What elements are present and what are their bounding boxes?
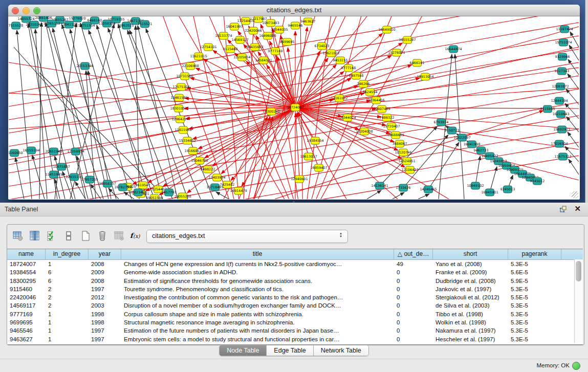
- graph-node[interactable]: 18301052: [170, 105, 187, 112]
- clear-selection-button[interactable]: [62, 230, 75, 243]
- graph-node[interactable]: 6734023: [315, 42, 330, 50]
- float-panel-icon[interactable]: [559, 205, 568, 213]
- graph-node[interactable]: 1733426: [396, 184, 411, 191]
- vertical-scrollbar[interactable]: [574, 259, 583, 343]
- tab-network-table[interactable]: Network Table: [314, 345, 368, 356]
- graph-node[interactable]: 12754101: [200, 43, 216, 51]
- graph-node[interactable]: 15046788: [191, 157, 208, 164]
- graph-node[interactable]: 9453155: [333, 57, 348, 64]
- graph-node[interactable]: 16649010: [378, 26, 395, 33]
- graph-node[interactable]: 3684067: [393, 140, 407, 147]
- graph-node[interactable]: 746266: [357, 80, 370, 87]
- graph-node[interactable]: 18265112: [43, 20, 60, 27]
- table-row[interactable]: 946362711997Embryonic stem cells: a mode…: [7, 335, 583, 343]
- graph-node[interactable]: 10607489: [373, 105, 390, 113]
- column-header-year[interactable]: year: [89, 249, 121, 259]
- graph-node[interactable]: 12964214: [171, 116, 188, 123]
- graph-node[interactable]: 22420046: [245, 27, 262, 34]
- table-row[interactable]: 946554611997Estimation of the future num…: [7, 326, 583, 335]
- graph-node[interactable]: 9150723: [445, 127, 460, 134]
- graph-node[interactable]: 10731500: [176, 73, 193, 80]
- graph-node[interactable]: 11621022: [322, 50, 339, 57]
- graph-node[interactable]: 9699695: [280, 38, 295, 46]
- delete-table-button[interactable]: [113, 230, 126, 243]
- window-titlebar[interactable]: citations_edges.txt: [8, 5, 580, 16]
- graph-node[interactable]: 15276021: [388, 49, 405, 56]
- tab-node-table[interactable]: Node Table: [220, 345, 267, 356]
- resize-grip-icon[interactable]: [572, 191, 578, 198]
- graph-node[interactable]: 23310247: [26, 21, 42, 28]
- graph-node[interactable]: 20651945: [45, 148, 62, 155]
- graph-node[interactable]: 20364456: [367, 97, 384, 104]
- graph-node[interactable]: 11058354: [98, 20, 115, 27]
- graph-node[interactable]: 11621015: [190, 53, 207, 60]
- graph-node[interactable]: 12161022: [331, 95, 347, 102]
- graph-node[interactable]: 9227343: [555, 68, 570, 75]
- graph-node[interactable]: 9463627: [301, 18, 316, 25]
- graph-node[interactable]: 9777169: [268, 48, 283, 55]
- graph-node[interactable]: 15720407: [383, 123, 400, 130]
- graph-node[interactable]: 25160650: [9, 149, 23, 157]
- graph-node[interactable]: 9245013: [500, 186, 515, 193]
- graph-node[interactable]: 3624554: [363, 89, 378, 96]
- graph-node[interactable]: 6466161: [410, 59, 425, 67]
- column-header-out_de[interactable]: △ out_de…: [394, 249, 433, 259]
- graph-node[interactable]: 10949102: [467, 182, 484, 189]
- panel-resize-grip-icon[interactable]: ⌃: [292, 201, 296, 206]
- table-row[interactable]: 911546021997Tourette syndrome. Phenomeno…: [7, 285, 583, 293]
- graph-node[interactable]: 8215955: [540, 105, 555, 113]
- graph-node[interactable]: 14246465: [420, 186, 437, 193]
- new-document-button[interactable]: [79, 230, 92, 243]
- graph-node[interactable]: 14569117: [231, 36, 248, 43]
- graph-node[interactable]: 9862025: [119, 22, 134, 29]
- graph-node[interactable]: 16959407: [310, 164, 327, 171]
- select-all-button[interactable]: [45, 230, 58, 243]
- graph-node[interactable]: 10435603: [246, 43, 263, 51]
- graph-node[interactable]: 10555287: [399, 36, 416, 43]
- close-panel-icon[interactable]: ✕: [574, 205, 581, 213]
- graph-node[interactable]: 19166852: [184, 147, 201, 155]
- delete-rows-button[interactable]: [96, 230, 109, 243]
- graph-node[interactable]: 12403994: [208, 174, 225, 181]
- graph-node[interactable]: 9329966: [555, 53, 570, 60]
- table-row[interactable]: 1830029562008Estimation of significance …: [7, 277, 583, 285]
- table-row[interactable]: 969969511998Structural magnetic resonanc…: [7, 318, 583, 326]
- graph-node[interactable]: 10973493: [262, 19, 279, 27]
- column-header-pagerank[interactable]: pagerank: [508, 249, 561, 259]
- graph-node[interactable]: 10688609: [387, 132, 404, 139]
- graph-node[interactable]: 7515521: [138, 20, 153, 28]
- graph-node[interactable]: 10022097: [453, 134, 470, 141]
- graph-node[interactable]: 12935135: [66, 173, 82, 181]
- column-header-in_degree[interactable]: in_degree: [46, 249, 89, 259]
- graph-node[interactable]: 11815958: [175, 126, 191, 134]
- graph-node[interactable]: 16055268: [174, 193, 191, 199]
- graph-node[interactable]: 7515528: [9, 22, 23, 29]
- graph-node[interactable]: 16945901: [481, 189, 498, 196]
- graph-node[interactable]: 16041997: [226, 23, 243, 30]
- column-header-name[interactable]: name: [7, 249, 46, 259]
- graph-node[interactable]: 16644874: [445, 46, 462, 53]
- graph-node[interactable]: 16155194: [23, 147, 39, 154]
- table-row[interactable]: 977716911998Corpus callosum shape and si…: [7, 310, 583, 318]
- table-row[interactable]: 1872400712008Changes of HCN gene express…: [7, 260, 583, 268]
- table-settings-button[interactable]: [11, 230, 25, 243]
- table-selector[interactable]: citations_edges.txt ▲▼: [146, 230, 348, 243]
- graph-node[interactable]: 18913054: [417, 73, 433, 80]
- graph-node[interactable]: 11167424: [556, 26, 573, 33]
- network-canvas[interactable]: 1872400712754101116210152210698810731500…: [9, 16, 579, 199]
- table-row[interactable]: 1938455462009Genome-wide association stu…: [7, 268, 583, 276]
- graph-node[interactable]: 9245012: [530, 178, 545, 185]
- graph-node[interactable]: 18133774: [215, 32, 232, 39]
- graph-node[interactable]: 12940601: [291, 176, 308, 183]
- select-columns-button[interactable]: [28, 230, 41, 243]
- graph-node[interactable]: 9619547: [136, 182, 150, 189]
- column-header-short[interactable]: short: [433, 249, 508, 259]
- graph-node[interactable]: 18613017: [300, 153, 317, 160]
- table-row[interactable]: 2242004622012Investigating the contribut…: [7, 293, 583, 301]
- memory-status-indicator[interactable]: [572, 362, 580, 370]
- table-row[interactable]: 1456911722003Disruption of a novel membe…: [7, 301, 583, 310]
- function-builder-button[interactable]: f(x): [129, 230, 143, 243]
- graph-node[interactable]: 15461589: [170, 94, 187, 101]
- graph-node[interactable]: 10958157: [99, 180, 116, 187]
- tab-edge-table[interactable]: Edge Table: [267, 345, 313, 356]
